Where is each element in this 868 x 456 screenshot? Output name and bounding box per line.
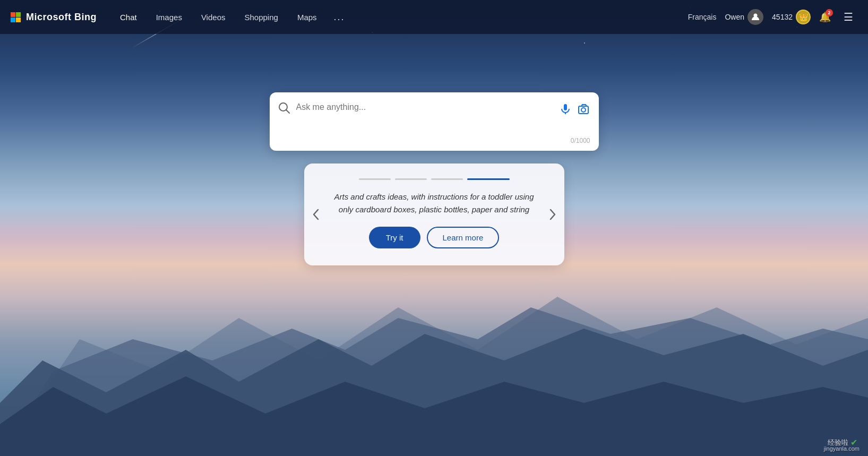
nav-right: Français Owen 45132 👑 🔔 2 ☰ xyxy=(688,8,857,25)
suggestion-buttons: Try it Learn more xyxy=(369,227,500,248)
user-section[interactable]: Owen xyxy=(725,9,763,25)
suggestion-text: Arts and crafts ideas, with instructions… xyxy=(333,191,535,216)
dot-1[interactable] xyxy=(359,178,391,180)
nav-more-button[interactable]: ... xyxy=(328,10,351,25)
notifications-button[interactable]: 🔔 2 xyxy=(819,11,831,23)
language-button[interactable]: Français xyxy=(688,13,717,21)
camera-button[interactable] xyxy=(577,102,590,116)
hamburger-menu-button[interactable]: ☰ xyxy=(839,8,857,25)
suggestion-card: Arts and crafts ideas, with instructions… xyxy=(304,164,564,265)
nav-videos[interactable]: Videos xyxy=(193,11,234,24)
dot-4[interactable] xyxy=(467,178,510,180)
nav-shopping[interactable]: Shopping xyxy=(236,11,286,24)
dot-3[interactable] xyxy=(431,178,463,180)
navbar: Microsoft Bing Chat Images Videos Shoppi… xyxy=(0,0,868,34)
watermark-domain: jingyanla.com xyxy=(824,445,860,452)
prev-suggestion-button[interactable] xyxy=(308,204,323,225)
dots-navigation xyxy=(359,178,510,180)
try-it-button[interactable]: Try it xyxy=(369,227,420,248)
user-avatar xyxy=(747,9,763,25)
user-name: Owen xyxy=(725,13,744,21)
main-content: 0/1000 Arts and crafts ideas, with instr… xyxy=(0,34,868,265)
svg-point-10 xyxy=(581,108,586,112)
microsoft-logo xyxy=(11,12,21,22)
search-icon xyxy=(278,101,290,116)
crown-icon: 👑 xyxy=(799,13,808,21)
nav-items: Chat Images Videos Shopping Maps ... xyxy=(111,10,684,25)
nav-maps[interactable]: Maps xyxy=(289,11,325,24)
search-input[interactable] xyxy=(296,101,552,133)
search-container: 0/1000 xyxy=(270,92,599,151)
points-section[interactable]: 45132 👑 xyxy=(772,10,811,24)
char-count: 0/1000 xyxy=(571,137,590,144)
notification-badge: 2 xyxy=(826,9,833,16)
points-number: 45132 xyxy=(772,13,793,21)
svg-rect-7 xyxy=(564,104,567,110)
svg-line-6 xyxy=(286,110,289,114)
dot-2[interactable] xyxy=(395,178,427,180)
next-suggestion-button[interactable] xyxy=(545,204,560,225)
points-badge: 👑 xyxy=(796,10,811,24)
brand-name: Microsoft Bing xyxy=(26,12,97,23)
learn-more-button[interactable]: Learn more xyxy=(427,227,500,248)
brand-logo[interactable]: Microsoft Bing xyxy=(11,12,97,23)
search-actions xyxy=(558,101,590,116)
nav-chat[interactable]: Chat xyxy=(111,11,145,24)
svg-point-5 xyxy=(279,103,287,111)
menu-icon: ☰ xyxy=(844,11,853,23)
nav-images[interactable]: Images xyxy=(148,11,191,24)
search-bottom: 0/1000 xyxy=(270,135,599,151)
microphone-button[interactable] xyxy=(558,102,572,116)
search-top xyxy=(270,92,599,135)
